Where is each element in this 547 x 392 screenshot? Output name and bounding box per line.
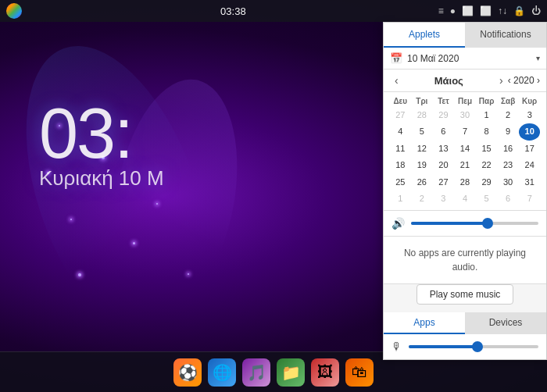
- taskbar-right: ≡ ● ⬜ ⬜ ↑↓ 🔒 ⏻: [438, 5, 541, 16]
- calendar-day-cell[interactable]: 14: [455, 141, 476, 157]
- calendar-day-cell[interactable]: 8: [476, 123, 497, 140]
- calendar-week-row: 27282930123: [390, 107, 540, 123]
- calendar-header-row: ΔευΤριΤετΠεμΠαρΣαβΚυρ: [390, 95, 540, 107]
- volume-fill: [411, 222, 490, 225]
- calendar-day-header: Δευ: [390, 95, 411, 107]
- tab-notifications[interactable]: Notifications: [465, 23, 546, 48]
- desktop: 03:38 ≡ ● ⬜ ⬜ ↑↓ 🔒 ⏻ 03: Κυριακή 10 Μ Ap…: [0, 0, 547, 392]
- calendar-day-cell[interactable]: 2: [498, 107, 519, 123]
- calendar-day-cell[interactable]: 16: [498, 141, 519, 157]
- calendar-day-cell[interactable]: 7: [519, 191, 540, 207]
- volume-slider[interactable]: [411, 222, 538, 225]
- mic-section: 🎙: [384, 334, 546, 359]
- calendar-day-cell[interactable]: 30: [498, 174, 519, 191]
- desktop-clock: 03: Κυριακή 10 Μ: [39, 94, 164, 191]
- calendar-day-cell[interactable]: 23: [498, 157, 519, 173]
- dock-icon-music[interactable]: 🎵: [242, 358, 270, 387]
- tab-apps[interactable]: Apps: [384, 312, 465, 334]
- tab-devices[interactable]: Devices: [465, 312, 546, 334]
- month-prev-button[interactable]: ‹: [390, 73, 403, 88]
- calendar-day-cell[interactable]: 22: [476, 157, 497, 173]
- calendar-day-cell[interactable]: 4: [455, 191, 476, 207]
- calendar-day-header: Τρι: [412, 95, 433, 107]
- taskbar-icon-dot[interactable]: ●: [450, 5, 456, 16]
- calendar-day-cell[interactable]: 25: [390, 174, 411, 191]
- taskbar-icon-network[interactable]: ↑↓: [498, 5, 507, 16]
- calendar-day-header: Κυρ: [519, 95, 540, 107]
- tab-applets[interactable]: Applets: [384, 23, 465, 48]
- calendar-date-selector[interactable]: 📅 10 Μαϊ 2020 ▾: [384, 48, 546, 69]
- calendar-day-cell[interactable]: 31: [519, 174, 540, 191]
- calendar-day-cell[interactable]: 13: [433, 141, 454, 157]
- calendar-day-cell[interactable]: 6: [498, 191, 519, 207]
- calendar-day-cell[interactable]: 28: [412, 107, 433, 123]
- calendar-day-cell[interactable]: 3: [433, 191, 454, 207]
- taskbar-left: [6, 3, 28, 19]
- calendar-day-cell[interactable]: 3: [519, 107, 540, 123]
- clock-display[interactable]: 03:38: [220, 5, 246, 17]
- dock-icon-photos[interactable]: 🖼: [311, 358, 339, 387]
- month-name: Μάιος: [403, 75, 495, 87]
- dock-icon-store[interactable]: 🛍: [345, 358, 374, 387]
- calendar-day-header: Παρ: [476, 95, 497, 107]
- calendar-day-cell[interactable]: 19: [412, 157, 433, 173]
- calendar-day-header: Τετ: [433, 95, 454, 107]
- calendar-day-cell[interactable]: 30: [455, 107, 476, 123]
- taskbar-icon-window[interactable]: ⬜: [462, 5, 474, 16]
- calendar-day-cell[interactable]: 2: [412, 191, 433, 207]
- taskbar-icon-power[interactable]: ⏻: [531, 5, 541, 16]
- calendar-selected-date: 10 Μαϊ 2020: [407, 53, 536, 64]
- microphone-icon: 🎙: [391, 340, 402, 353]
- calendar-week-row: 45678910: [390, 123, 540, 140]
- play-music-button[interactable]: Play some music: [417, 284, 514, 305]
- menu-icon[interactable]: [6, 3, 22, 19]
- panel-popup: Applets Notifications 📅 10 Μαϊ 2020 ▾ ‹ …: [383, 22, 547, 360]
- taskbar-icon-menu[interactable]: ≡: [438, 5, 444, 16]
- dock-icon-files[interactable]: 📁: [277, 358, 305, 387]
- calendar-day-cell[interactable]: 1: [476, 107, 497, 123]
- calendar-day-cell[interactable]: 29: [476, 174, 497, 191]
- calendar-day-cell[interactable]: 11: [390, 141, 411, 157]
- calendar-day-cell[interactable]: 5: [476, 191, 497, 207]
- calendar-day-cell[interactable]: 4: [390, 123, 411, 140]
- calendar-day-cell[interactable]: 9: [498, 123, 519, 140]
- calendar-week-row: 1234567: [390, 191, 540, 207]
- taskbar-icon-lock[interactable]: 🔒: [513, 5, 525, 16]
- calendar-day-cell[interactable]: 10: [519, 123, 540, 140]
- calendar-day-cell[interactable]: 27: [390, 107, 411, 123]
- volume-section: 🔊: [384, 211, 546, 237]
- calendar-grid: ΔευΤριΤετΠεμΠαρΣαβΚυρ 272829301234567891…: [384, 92, 546, 211]
- calendar-day-cell[interactable]: 6: [433, 123, 454, 140]
- calendar-day-cell[interactable]: 24: [519, 157, 540, 173]
- calendar-week-row: 18192021222324: [390, 157, 540, 173]
- taskbar-icon-window2[interactable]: ⬜: [480, 5, 492, 16]
- calendar-day-cell[interactable]: 20: [433, 157, 454, 173]
- calendar-day-cell[interactable]: 7: [455, 123, 476, 140]
- calendar-icon: 📅: [390, 52, 402, 64]
- calendar-day-cell[interactable]: 18: [390, 157, 411, 173]
- mic-slider[interactable]: [409, 345, 538, 348]
- calendar-day-header: Σαβ: [498, 95, 519, 107]
- calendar-day-header: Πεμ: [455, 95, 476, 107]
- calendar-day-cell[interactable]: 17: [519, 141, 540, 157]
- bottom-tabs: Apps Devices: [384, 312, 546, 334]
- taskbar: 03:38 ≡ ● ⬜ ⬜ ↑↓ 🔒 ⏻: [0, 0, 547, 22]
- dock-icon-browser[interactable]: 🌐: [208, 358, 236, 387]
- calendar-day-cell[interactable]: 12: [412, 141, 433, 157]
- calendar-day-cell[interactable]: 21: [455, 157, 476, 173]
- calendar-day-cell[interactable]: 5: [412, 123, 433, 140]
- year-nav: ‹ 2020 ›: [508, 75, 540, 86]
- audio-message: No apps are currently playing audio.: [384, 237, 546, 284]
- month-next-button[interactable]: ›: [495, 73, 508, 88]
- month-nav: ‹ Μάιος › ‹ 2020 ›: [384, 69, 546, 92]
- calendar-day-cell[interactable]: 26: [412, 174, 433, 191]
- volume-thumb: [482, 218, 493, 229]
- panel-tabs: Applets Notifications: [384, 23, 546, 48]
- calendar-day-cell[interactable]: 1: [390, 191, 411, 207]
- calendar-day-cell[interactable]: 27: [433, 174, 454, 191]
- calendar-day-cell[interactable]: 28: [455, 174, 476, 191]
- calendar-day-cell[interactable]: 15: [476, 141, 497, 157]
- calendar-dropdown-arrow: ▾: [536, 54, 540, 62]
- dock-icon-soccer[interactable]: ⚽: [173, 358, 202, 387]
- calendar-day-cell[interactable]: 29: [433, 107, 454, 123]
